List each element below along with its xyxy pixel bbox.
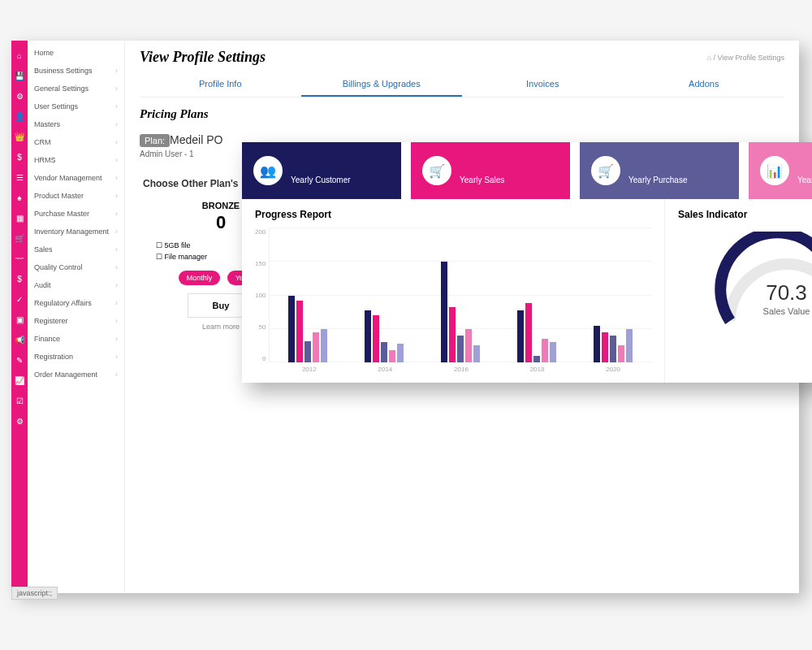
rail-icon[interactable]: 📢	[11, 330, 28, 350]
rail-icon[interactable]: ⌂	[11, 46, 28, 66]
cart-icon: 🛒	[422, 156, 451, 185]
chevron-right-icon: ›	[115, 192, 118, 200]
sidebar-item-registerer[interactable]: Registerer›	[28, 312, 124, 330]
chevron-right-icon: ›	[115, 245, 118, 254]
rail-icon[interactable]: ✎	[11, 350, 28, 370]
sidebar-item-sales[interactable]: Sales›	[28, 240, 124, 258]
rail-icon[interactable]: 👤	[11, 106, 28, 127]
sidebar-item-regulatory[interactable]: Regulatory Affairs›	[28, 294, 124, 312]
chevron-right-icon: ›	[115, 353, 118, 361]
tabs: Profile Info Billings & Upgrades Invoice…	[140, 72, 784, 98]
plan-badge: Plan:	[140, 134, 170, 147]
dashboard-overlay: 👥 Yearly Customer 🛒 Yearly Sales 🛒 Yearl…	[242, 142, 812, 383]
chart-plot	[269, 228, 651, 362]
rail-icon[interactable]: ▦	[11, 208, 28, 228]
chevron-right-icon: ›	[115, 156, 118, 164]
chevron-right-icon: ›	[115, 228, 118, 236]
tile-label: Yearly Sales	[460, 176, 504, 184]
rail-icon[interactable]: 📈	[11, 370, 28, 391]
chevron-right-icon: ›	[115, 67, 118, 75]
tile-label: Yearly Customer	[291, 176, 351, 184]
rail-icon[interactable]: ☑	[11, 391, 28, 411]
sidebar-item-purchase[interactable]: Purchase Master›	[28, 205, 124, 223]
monthly-button[interactable]: Monthly	[179, 271, 221, 285]
rail-icon[interactable]: ⚙	[11, 411, 28, 431]
rail-icon[interactable]: $	[11, 269, 28, 289]
tile-label: Yearly Purchase	[628, 176, 687, 184]
plan-name: Medeil PO	[170, 133, 222, 146]
rail-icon[interactable]: 〰	[11, 249, 28, 269]
sidebar-item-home[interactable]: Home	[28, 44, 124, 62]
rail-icon[interactable]: 👑	[11, 127, 28, 147]
rail-icon[interactable]: ☰	[11, 167, 28, 188]
sidebar-item-general-settings[interactable]: General Settings›	[28, 80, 124, 98]
sidebar-item-product[interactable]: Product Master›	[28, 187, 124, 205]
chevron-right-icon: ›	[115, 317, 118, 325]
rail-icon[interactable]: $	[11, 147, 28, 167]
rail-icon[interactable]: 💾	[11, 66, 28, 86]
gauge-label: Sales Value	[714, 306, 813, 316]
sales-gauge: 70.3 Sales Value	[714, 232, 813, 337]
tile-yearly-purchase[interactable]: 🛒 Yearly Purchase	[580, 142, 739, 199]
progress-report-panel: Progress Report 200150100500 20122014201…	[242, 199, 664, 383]
chevron-right-icon: ›	[115, 210, 118, 218]
chevron-right-icon: ›	[115, 120, 118, 128]
tile-yearly-sales[interactable]: 🛒 Yearly Sales	[411, 142, 570, 199]
sales-indicator-panel: Sales Indicator 70.3 Sales Value	[664, 199, 812, 383]
home-icon[interactable]: ⌂	[707, 54, 711, 62]
tile-yearly-customer[interactable]: 👥 Yearly Customer	[242, 142, 401, 199]
chevron-right-icon: ›	[115, 138, 118, 146]
chevron-right-icon: ›	[115, 102, 118, 110]
plan-card-price: 0	[216, 212, 226, 233]
page-title: View Profile Settings	[140, 49, 266, 66]
chart-title: Progress Report	[255, 209, 651, 220]
rail-icon[interactable]: ♠	[11, 188, 28, 208]
tab-billings[interactable]: Billings & Upgrades	[301, 72, 463, 97]
sidebar-item-audit[interactable]: Audit›	[28, 276, 124, 294]
tile-label: Yearly Stocks	[797, 176, 812, 184]
sidebar-item-vendor[interactable]: Vendor Management›	[28, 169, 124, 187]
sidebar-item-hrms[interactable]: HRMS›	[28, 151, 124, 169]
rail-icon[interactable]: ⚙	[11, 86, 28, 106]
learn-more-link[interactable]: Learn more	[202, 323, 240, 331]
gauge-title: Sales Indicator	[678, 209, 812, 220]
cart-icon: 🛒	[591, 156, 620, 185]
chevron-right-icon: ›	[115, 84, 118, 93]
breadcrumb: ⌂ / View Profile Settings	[707, 54, 784, 62]
chevron-right-icon: ›	[115, 299, 118, 307]
chevron-right-icon: ›	[115, 174, 118, 182]
pricing-section-title: Pricing Plans	[140, 107, 784, 121]
sidebar-item-user-settings[interactable]: User Settings›	[28, 98, 124, 115]
tab-profile-info[interactable]: Profile Info	[140, 72, 301, 97]
chart-icon: 📊	[760, 156, 789, 185]
tab-addons[interactable]: Addons	[624, 72, 785, 97]
chevron-right-icon: ›	[115, 263, 118, 271]
sidebar-item-registration[interactable]: Registration›	[28, 348, 124, 366]
plan-card-name: BRONZE	[202, 201, 240, 210]
gauge-value: 70.3	[714, 280, 813, 306]
sidebar-item-crm[interactable]: CRM›	[28, 133, 124, 151]
sidebar-item-inventory[interactable]: Inventory Management›	[28, 223, 124, 240]
icon-rail: ⌂ 💾 ⚙ 👤 👑 $ ☰ ♠ ▦ 🛒 〰 $ ✓ ▣ 📢 ✎ 📈 ☑ ⚙	[11, 41, 28, 593]
sidebar-item-finance[interactable]: Finance›	[28, 330, 124, 348]
chart-x-axis: 20122014201620182020	[271, 366, 651, 373]
tile-yearly-stocks[interactable]: 📊 Yearly Stocks	[749, 142, 812, 199]
tab-invoices[interactable]: Invoices	[462, 72, 624, 97]
rail-icon[interactable]: ▣	[11, 310, 28, 330]
sidebar: Home Business Settings› General Settings…	[28, 41, 125, 593]
sidebar-item-business-settings[interactable]: Business Settings›	[28, 62, 124, 80]
rail-icon[interactable]: 🛒	[11, 228, 28, 249]
status-bar: javascript:;	[11, 587, 58, 600]
chevron-right-icon: ›	[115, 281, 118, 289]
sidebar-item-quality[interactable]: Quality Control›	[28, 258, 124, 276]
chevron-right-icon: ›	[115, 370, 118, 379]
users-icon: 👥	[253, 156, 283, 185]
sidebar-item-order[interactable]: Order Management›	[28, 366, 124, 384]
sidebar-item-masters[interactable]: Masters›	[28, 115, 124, 133]
rail-icon[interactable]: ✓	[11, 289, 28, 310]
chevron-right-icon: ›	[115, 335, 118, 343]
chart-y-axis: 200150100500	[255, 228, 269, 362]
